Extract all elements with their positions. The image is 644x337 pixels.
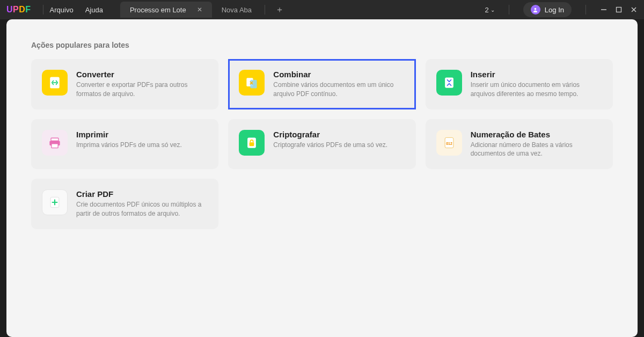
main-content: Ações populares para lotes Converter Con…: [6, 19, 638, 337]
chevron-down-icon: ⌄: [491, 7, 495, 13]
card-desc: Combine vários documentos em um único ar…: [273, 80, 405, 99]
insert-icon: [436, 70, 462, 96]
close-button[interactable]: [630, 6, 638, 13]
card-title: Converter: [76, 70, 208, 79]
card-desc: Criptografe vários PDFs de uma só vez.: [273, 141, 387, 150]
svg-rect-11: [52, 143, 58, 148]
svg-text:012: 012: [446, 141, 452, 145]
tab-new[interactable]: Nova Aba: [212, 2, 261, 18]
login-label: Log In: [545, 6, 564, 14]
close-icon[interactable]: ✕: [197, 6, 202, 13]
card-desc: Imprima vários PDFs de uma só vez.: [76, 141, 182, 150]
card-encrypt[interactable]: Criptografar Criptografe vários PDFs de …: [228, 119, 415, 170]
combine-icon: [239, 70, 265, 96]
card-title: Imprimir: [76, 130, 182, 139]
divider: [509, 5, 509, 14]
card-grid-row2: Criar PDF Crie documentos PDF únicos ou …: [31, 179, 613, 229]
encrypt-icon: [239, 130, 265, 156]
card-desc: Adicionar número de Bates a vários docum…: [471, 141, 602, 159]
section-title: Ações populares para lotes: [31, 41, 613, 49]
card-title: Criptografar: [273, 130, 387, 139]
minimize-button[interactable]: [600, 6, 608, 13]
card-print[interactable]: Imprimir Imprima vários PDFs de uma só v…: [31, 119, 218, 170]
card-desc: Crie documentos PDF únicos ou múltiplos …: [76, 200, 208, 218]
tab-label: Nova Aba: [222, 6, 252, 14]
tab-count-dropdown[interactable]: 2 ⌄: [485, 6, 495, 14]
card-title: Inserir: [471, 70, 602, 79]
tab-batch-process[interactable]: Processo em Lote ✕: [120, 2, 212, 18]
maximize-button[interactable]: [615, 6, 623, 13]
card-convert[interactable]: Converter Converter e exportar PDFs para…: [31, 59, 218, 109]
card-insert[interactable]: Inserir Inserir um único documento em vá…: [426, 59, 613, 109]
svg-rect-9: [51, 138, 58, 141]
card-create-pdf[interactable]: Criar PDF Crie documentos PDF únicos ou …: [31, 179, 218, 229]
add-tab-button[interactable]: ＋: [274, 4, 286, 16]
login-button[interactable]: Log In: [523, 2, 572, 17]
menu-file[interactable]: Arquivo: [50, 6, 74, 14]
svg-rect-7: [251, 80, 257, 89]
convert-icon: [42, 70, 68, 96]
divider: [265, 5, 265, 14]
divider: [586, 5, 586, 14]
card-bates[interactable]: 012 Numeração de Bates Adicionar número …: [426, 119, 613, 170]
print-icon: [42, 130, 68, 156]
count-value: 2: [485, 6, 489, 14]
svg-point-0: [535, 8, 537, 10]
tab-bar: Processo em Lote ✕ Nova Aba ＋: [120, 2, 485, 18]
card-desc: Inserir um único documento em vários arq…: [471, 80, 602, 99]
titlebar: UPDF Arquivo Ajuda Processo em Lote ✕ No…: [0, 0, 644, 19]
tab-label: Processo em Lote: [130, 6, 186, 14]
svg-rect-2: [617, 8, 621, 12]
avatar-icon: [531, 5, 540, 14]
create-pdf-icon: [42, 189, 68, 215]
card-desc: Converter e exportar PDFs para outros fo…: [76, 80, 208, 99]
card-title: Combinar: [273, 70, 405, 79]
divider: [43, 5, 43, 14]
card-grid: Converter Converter e exportar PDFs para…: [31, 59, 613, 169]
card-combine[interactable]: Combinar Combine vários documentos em um…: [228, 59, 415, 109]
svg-rect-8: [445, 77, 453, 87]
card-title: Criar PDF: [76, 189, 208, 199]
svg-rect-13: [250, 142, 254, 146]
app-logo: UPDF: [6, 5, 31, 14]
bates-icon: 012: [436, 130, 462, 156]
card-title: Numeração de Bates: [471, 130, 602, 139]
titlebar-right: 2 ⌄ Log In: [485, 2, 638, 17]
menu-help[interactable]: Ajuda: [85, 6, 103, 14]
